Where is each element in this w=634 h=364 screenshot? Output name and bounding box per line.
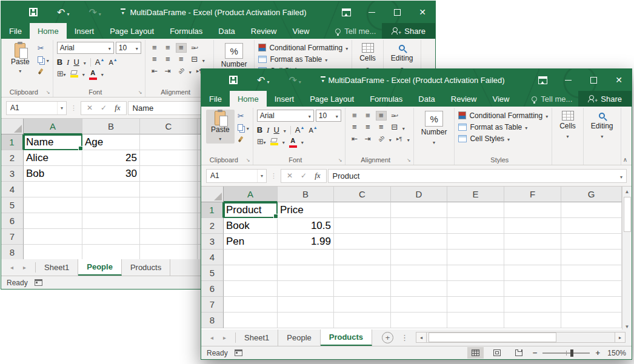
column-header-G[interactable]: G bbox=[561, 187, 622, 202]
sheet-tab-products[interactable]: Products bbox=[122, 259, 170, 276]
align-middle-button[interactable] bbox=[362, 111, 373, 121]
next-sheet-icon[interactable] bbox=[223, 334, 226, 341]
minimize-button[interactable] bbox=[359, 1, 384, 23]
increase-font-button[interactable]: ▲ bbox=[295, 125, 305, 134]
paste-button[interactable]: Paste bbox=[206, 110, 235, 144]
cell[interactable] bbox=[278, 265, 334, 281]
cell[interactable]: 25 bbox=[82, 150, 140, 166]
cell[interactable] bbox=[447, 234, 504, 250]
cancel-button[interactable]: ✕ bbox=[287, 171, 293, 180]
sheet-tab-people[interactable]: People bbox=[78, 259, 122, 276]
cell[interactable] bbox=[447, 250, 504, 265]
cell[interactable] bbox=[504, 265, 561, 281]
dialog-launcher-icon[interactable] bbox=[245, 157, 252, 164]
cell[interactable] bbox=[561, 265, 622, 281]
underline-button[interactable]: U bbox=[273, 125, 279, 134]
normal-view-button[interactable] bbox=[467, 347, 484, 359]
cell[interactable]: Age bbox=[82, 134, 140, 150]
number-format-button[interactable]: % Number bbox=[418, 110, 451, 147]
cell[interactable] bbox=[504, 218, 561, 234]
close-button[interactable] bbox=[606, 69, 632, 91]
sheet-tab-products[interactable]: Products bbox=[321, 329, 372, 346]
paste-button[interactable]: Paste bbox=[6, 42, 35, 76]
column-header-C[interactable]: C bbox=[140, 119, 198, 134]
cell[interactable] bbox=[140, 245, 198, 259]
vertical-scrollbar[interactable] bbox=[622, 187, 632, 329]
cell[interactable] bbox=[447, 265, 504, 281]
tab-page-layout[interactable]: Page Layout bbox=[302, 91, 362, 107]
undo-button[interactable] bbox=[57, 7, 69, 18]
cancel-button[interactable]: ✕ bbox=[87, 104, 93, 112]
tab-file[interactable]: File bbox=[201, 91, 230, 107]
row-header-4[interactable]: 4 bbox=[1, 182, 24, 197]
scrollbar-thumb[interactable] bbox=[429, 333, 556, 342]
tab-view[interactable]: View bbox=[484, 91, 517, 107]
new-sheet-button[interactable] bbox=[382, 332, 393, 343]
ribbon-display-options-button[interactable] bbox=[530, 69, 555, 91]
cell[interactable] bbox=[82, 213, 140, 229]
column-header-D[interactable]: D bbox=[391, 187, 447, 202]
borders-button[interactable] bbox=[257, 137, 266, 146]
cells-button[interactable]: Cells bbox=[556, 110, 579, 141]
cell[interactable] bbox=[561, 281, 622, 297]
cell[interactable] bbox=[82, 245, 140, 259]
fill-color-button[interactable] bbox=[270, 138, 278, 145]
conditional-formatting-button[interactable]: Conditional Formatting bbox=[258, 42, 348, 53]
copy-button[interactable] bbox=[38, 55, 49, 64]
share-button[interactable]: Share bbox=[382, 23, 435, 39]
cell[interactable] bbox=[504, 202, 561, 218]
next-sheet-icon[interactable] bbox=[23, 264, 26, 271]
cell[interactable] bbox=[278, 281, 334, 297]
save-button[interactable] bbox=[29, 8, 38, 16]
tab-home[interactable]: Home bbox=[30, 23, 67, 39]
zoom-slider-thumb[interactable] bbox=[570, 349, 573, 357]
cell[interactable] bbox=[561, 202, 622, 218]
cell[interactable] bbox=[140, 197, 198, 213]
cell[interactable] bbox=[82, 182, 140, 197]
ribbon-display-options-button[interactable] bbox=[333, 1, 359, 23]
cell[interactable]: 10.5 bbox=[278, 218, 334, 234]
scroll-right-icon[interactable] bbox=[615, 332, 626, 343]
cell[interactable]: 30 bbox=[82, 166, 140, 182]
maximize-button[interactable] bbox=[384, 1, 410, 23]
scrollbar-thumb[interactable] bbox=[624, 197, 631, 232]
cell[interactable] bbox=[24, 213, 82, 229]
underline-button[interactable]: U bbox=[73, 58, 79, 67]
dialog-launcher-icon[interactable] bbox=[45, 89, 52, 96]
cell[interactable] bbox=[140, 229, 198, 245]
fill-color-button[interactable] bbox=[70, 70, 78, 78]
cell[interactable] bbox=[224, 250, 278, 265]
cell[interactable] bbox=[24, 182, 82, 197]
zoom-in-button[interactable]: + bbox=[595, 348, 600, 357]
select-all-corner[interactable] bbox=[201, 187, 224, 202]
macro-record-icon[interactable] bbox=[35, 279, 42, 286]
align-middle-button[interactable] bbox=[162, 43, 173, 53]
cut-button[interactable] bbox=[38, 44, 49, 53]
column-header-B[interactable]: B bbox=[278, 187, 334, 202]
align-top-button[interactable] bbox=[349, 111, 360, 121]
align-bottom-button[interactable] bbox=[176, 43, 187, 53]
collapse-ribbon-icon[interactable] bbox=[623, 156, 627, 163]
column-header-B[interactable]: B bbox=[82, 119, 140, 134]
font-size-combo[interactable]: 10 bbox=[116, 42, 141, 54]
row-header-1[interactable]: 1 bbox=[201, 202, 224, 218]
orientation-button[interactable] bbox=[176, 66, 187, 76]
tab-insert[interactable]: Insert bbox=[67, 23, 102, 39]
redo-button[interactable] bbox=[289, 74, 301, 86]
cell[interactable]: 1.99 bbox=[278, 234, 334, 250]
tab-formulas[interactable]: Formulas bbox=[362, 91, 410, 107]
cell[interactable] bbox=[561, 234, 622, 250]
font-color-button[interactable] bbox=[89, 68, 97, 80]
enter-button[interactable]: ✓ bbox=[101, 104, 107, 112]
cell[interactable] bbox=[447, 218, 504, 234]
tab-review[interactable]: Review bbox=[443, 91, 485, 107]
tab-data[interactable]: Data bbox=[410, 91, 442, 107]
cell[interactable] bbox=[24, 197, 82, 213]
text-direction-button[interactable] bbox=[394, 134, 405, 144]
align-top-button[interactable] bbox=[149, 43, 160, 53]
customize-qat-button[interactable] bbox=[321, 76, 325, 84]
cell[interactable] bbox=[334, 281, 391, 297]
cell[interactable] bbox=[334, 265, 391, 281]
cell[interactable] bbox=[140, 213, 198, 229]
cell[interactable] bbox=[140, 150, 198, 166]
